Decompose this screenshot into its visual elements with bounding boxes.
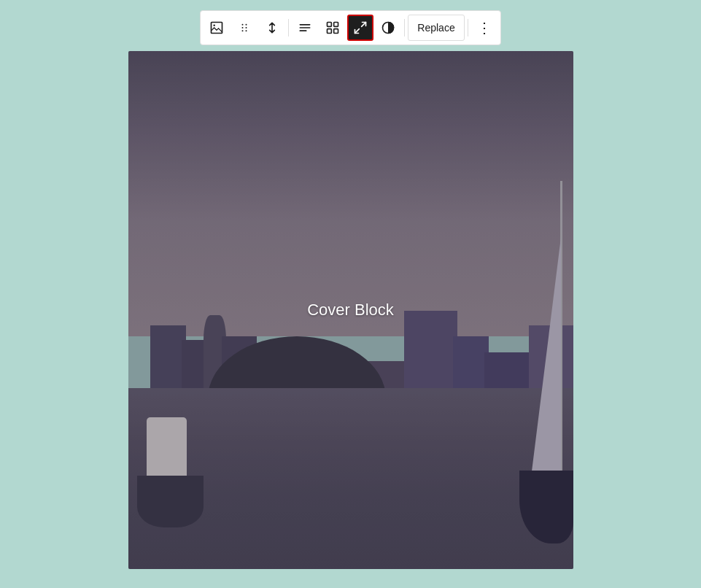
svg-point-6 <box>242 30 244 31</box>
more-dots-icon: ⋮ <box>477 19 492 36</box>
svg-line-15 <box>362 23 366 27</box>
divider-3 <box>468 19 468 36</box>
svg-rect-13 <box>328 29 332 34</box>
cover-block-icon <box>209 20 224 35</box>
duotone-button[interactable] <box>375 15 401 41</box>
fullscreen-icon <box>353 20 368 35</box>
drag-icon <box>237 20 252 35</box>
move-button[interactable] <box>259 15 285 41</box>
align-icon <box>298 20 312 35</box>
drag-handle-button[interactable] <box>231 15 257 41</box>
fullscreen-button[interactable] <box>347 15 373 41</box>
block-toolbar: Replace ⋮ <box>200 10 500 45</box>
replace-label: Replace <box>417 22 454 34</box>
svg-line-16 <box>355 29 360 34</box>
svg-rect-0 <box>212 23 222 34</box>
svg-rect-12 <box>334 23 338 27</box>
cover-block-text: Cover Block <box>307 301 394 320</box>
block-type-button[interactable] <box>204 15 230 41</box>
svg-point-3 <box>246 24 247 26</box>
svg-point-7 <box>246 30 247 31</box>
replace-button[interactable]: Replace <box>408 15 464 41</box>
svg-point-1 <box>214 24 216 26</box>
svg-point-2 <box>242 24 244 26</box>
divider-1 <box>288 19 289 36</box>
grid-icon <box>325 20 340 35</box>
svg-rect-14 <box>334 29 338 34</box>
svg-point-5 <box>246 27 247 28</box>
align-button[interactable] <box>292 15 318 41</box>
editor-area: Replace ⋮ <box>117 10 584 569</box>
grid-button[interactable] <box>319 15 346 41</box>
svg-rect-11 <box>328 23 332 27</box>
svg-point-4 <box>242 27 244 28</box>
more-options-button[interactable]: ⋮ <box>471 15 497 41</box>
cover-block: Cover Block <box>128 51 573 569</box>
duotone-icon <box>381 20 395 35</box>
divider-2 <box>404 19 405 36</box>
move-updown-icon <box>265 20 279 35</box>
